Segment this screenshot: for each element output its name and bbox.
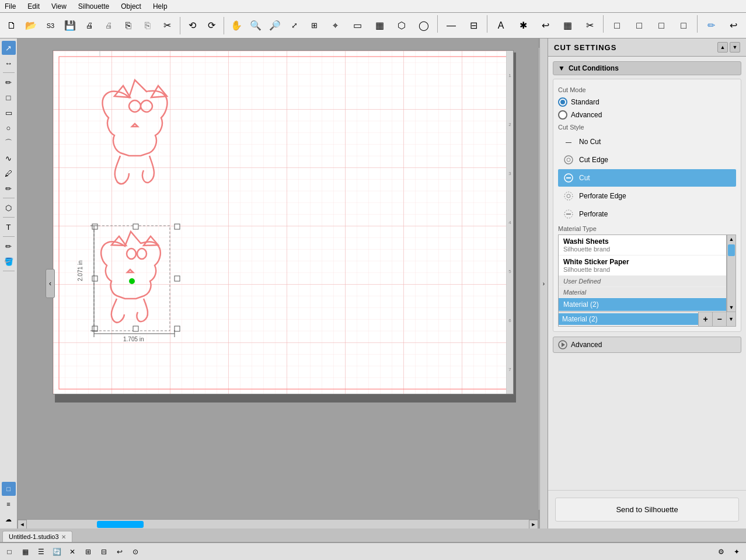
- toolbar-panel3[interactable]: □: [673, 15, 694, 36]
- tool-rect[interactable]: □: [2, 90, 16, 104]
- material-scroll-thumb[interactable]: [728, 244, 735, 256]
- toolbar-star[interactable]: ✱: [513, 15, 534, 36]
- tab-close-btn[interactable]: ✕: [61, 534, 66, 540]
- toolbar-rect[interactable]: ▭: [347, 15, 368, 36]
- tool-library[interactable]: ☁: [2, 512, 16, 526]
- cut-style-cut-edge[interactable]: Cut Edge: [558, 151, 736, 169]
- toolbar-new[interactable]: 🗋: [2, 15, 20, 36]
- toolbar-rotate[interactable]: ↩: [535, 15, 556, 36]
- cut-mode-standard-row[interactable]: Standard: [558, 96, 736, 108]
- scroll-thumb-h[interactable]: [97, 521, 144, 528]
- toolbar-paste[interactable]: ⎘: [139, 15, 157, 36]
- tool-wave[interactable]: ∿: [2, 151, 16, 165]
- bottom-settings-btn[interactable]: ⚙: [714, 545, 728, 559]
- toolbar-copy[interactable]: ⎘: [119, 15, 137, 36]
- tool-page[interactable]: □: [2, 482, 16, 496]
- menu-help[interactable]: Help: [151, 1, 170, 12]
- material-scrollbar[interactable]: ▲ ▼: [727, 235, 736, 312]
- tool-arc[interactable]: ⌒: [2, 136, 16, 150]
- tool-erase[interactable]: ✏: [2, 239, 16, 253]
- material-remove-btn[interactable]: −: [712, 312, 726, 326]
- collapse-panel-btn[interactable]: ‹: [46, 269, 55, 298]
- material-washi[interactable]: Washi Sheets Silhouette brand: [559, 235, 726, 256]
- toolbar-panel1[interactable]: □: [629, 15, 650, 36]
- tool-select[interactable]: ↗: [2, 41, 16, 55]
- expand-right-panel-btn[interactable]: ›: [539, 38, 548, 528]
- toolbar-circle[interactable]: ◯: [413, 15, 434, 36]
- bottom-tool-2[interactable]: ▦: [18, 545, 32, 559]
- material-add-btn[interactable]: +: [698, 312, 712, 326]
- scroll-left-btn[interactable]: ◄: [18, 520, 27, 528]
- cut-style-perforate-edge[interactable]: Perforate Edge: [558, 187, 736, 205]
- material-white-sticker[interactable]: White Sticker Paper Silhouette brand: [559, 256, 726, 276]
- cut-style-no-cut[interactable]: — No Cut: [558, 133, 736, 150]
- menu-object[interactable]: Object: [118, 1, 144, 12]
- cat-shape-2[interactable]: 2.071 in 1.705 in: [77, 224, 180, 342]
- send-to-silhouette-btn[interactable]: Send to Silhouette: [555, 498, 739, 522]
- advanced-section-header[interactable]: Advanced: [553, 337, 741, 353]
- tool-pencil[interactable]: ✏: [2, 181, 16, 195]
- bottom-tool-7[interactable]: ⊟: [97, 545, 111, 559]
- paper[interactable]: 2.071 in 1.705 in 1234567: [53, 50, 514, 394]
- tool-pen[interactable]: 🖊: [2, 166, 16, 180]
- bottom-tool-5[interactable]: ✕: [65, 545, 79, 559]
- cut-style-cut[interactable]: Cut: [558, 169, 736, 187]
- material-scroll-up[interactable]: ▲: [728, 235, 735, 243]
- menu-view[interactable]: View: [49, 1, 69, 12]
- toolbar-snap[interactable]: ⌖: [325, 15, 346, 36]
- tool-round-rect[interactable]: ▭: [2, 106, 16, 120]
- scroll-right-btn[interactable]: ►: [529, 520, 538, 528]
- tool-node[interactable]: ↔: [2, 56, 16, 70]
- tool-fill[interactable]: 🪣: [2, 254, 16, 268]
- toolbar-panel2[interactable]: □: [651, 15, 672, 36]
- toolbar-zoom-fit[interactable]: ⤢: [285, 15, 304, 36]
- bottom-tool-3[interactable]: ☰: [34, 545, 48, 559]
- bottom-tool-6[interactable]: ⊞: [81, 545, 95, 559]
- scroll-track-h[interactable]: [27, 520, 529, 528]
- menu-silhouette[interactable]: Silhouette: [76, 1, 111, 12]
- material-selected[interactable]: Material (2): [559, 298, 726, 312]
- material-scroll-down[interactable]: ▼: [728, 303, 735, 312]
- cut-mode-advanced-row[interactable]: Advanced: [558, 108, 736, 121]
- menu-file[interactable]: File: [2, 1, 18, 12]
- toolbar-save[interactable]: 💾: [61, 15, 79, 36]
- bottom-tool-8[interactable]: ↩: [113, 545, 127, 559]
- toolbar-group[interactable]: ▦: [557, 15, 578, 36]
- cut-style-perforate[interactable]: Perforate: [558, 205, 736, 223]
- toolbar-zoom-out[interactable]: 🔎: [266, 15, 284, 36]
- toolbar-grid[interactable]: ▦: [369, 15, 390, 36]
- toolbar-line[interactable]: —: [441, 15, 462, 36]
- tab-untitled[interactable]: Untitled-1.studio3 ✕: [2, 531, 72, 542]
- material-input[interactable]: Material (2): [559, 313, 698, 325]
- toolbar-layers[interactable]: □: [606, 15, 628, 36]
- toolbar-open[interactable]: 📂: [22, 15, 40, 36]
- bottom-info-btn[interactable]: ✦: [730, 545, 744, 559]
- bottom-tool-9[interactable]: ⊙: [128, 545, 142, 559]
- tool-poly[interactable]: ⬡: [2, 201, 16, 215]
- toolbar-zoom-sel[interactable]: ⊞: [305, 15, 323, 36]
- panel-expand-btn[interactable]: ▼: [730, 42, 740, 52]
- bottom-tool-4[interactable]: 🔄: [50, 545, 64, 559]
- toolbar-mode[interactable]: ↩: [723, 15, 744, 36]
- material-dropdown-btn[interactable]: ▼: [726, 312, 735, 326]
- toolbar-print2[interactable]: 🖨: [100, 15, 118, 36]
- tool-text[interactable]: T: [2, 220, 16, 234]
- panel-collapse-btn[interactable]: ▲: [717, 42, 728, 52]
- tool-ellipse[interactable]: ○: [2, 121, 16, 135]
- toolbar-undo[interactable]: ⟲: [183, 15, 201, 36]
- toolbar-cut2[interactable]: ✂: [579, 15, 600, 36]
- toolbar-text[interactable]: A: [490, 15, 511, 36]
- toolbar-save-studio[interactable]: S3: [41, 15, 60, 36]
- cut-mode-advanced-radio[interactable]: [558, 110, 567, 120]
- bottom-tool-1[interactable]: □: [2, 545, 16, 559]
- canvas-scrollbar-horizontal[interactable]: ◄ ►: [18, 519, 538, 528]
- cut-mode-standard-radio[interactable]: [558, 97, 567, 107]
- toolbar-zoom-in[interactable]: 🔍: [246, 15, 264, 36]
- toolbar-pan[interactable]: ✋: [227, 15, 245, 36]
- toolbar-cut[interactable]: ✂: [158, 15, 176, 36]
- cut-conditions-header[interactable]: ▼ Cut Conditions: [553, 61, 741, 75]
- toolbar-print[interactable]: 🖨: [81, 15, 99, 36]
- toolbar-hex[interactable]: ⬡: [391, 15, 412, 36]
- toolbar-pen[interactable]: ✏: [700, 15, 721, 36]
- toolbar-redo[interactable]: ⟳: [203, 15, 221, 36]
